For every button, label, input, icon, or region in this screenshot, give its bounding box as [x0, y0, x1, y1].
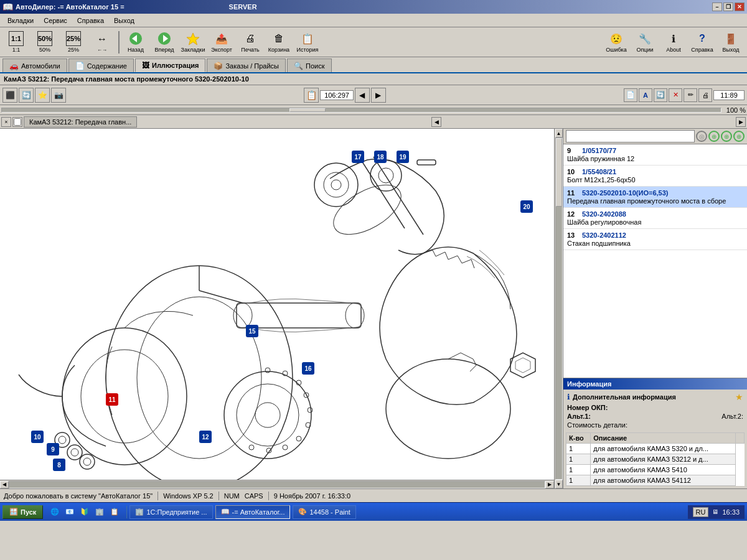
part-item-12[interactable]: 12 5320-2402088 Шайба регулировочная [563, 208, 747, 229]
content-tab-checkbox[interactable] [12, 117, 22, 127]
badge-16[interactable]: 16 [302, 362, 314, 375]
sub-btn-2[interactable]: 🔄 [19, 88, 34, 103]
tab-orders[interactable]: 📦 Заказы / Прайсы [207, 58, 286, 72]
ql-icon-5[interactable]: 📋 [108, 505, 121, 519]
forward-button[interactable]: Вперед [151, 29, 178, 55]
about-button[interactable]: ℹ About [660, 29, 687, 55]
tab-search[interactable]: 🔍 Поиск [287, 58, 331, 72]
parts-search-input[interactable] [566, 130, 695, 142]
badge-17[interactable]: 17 [352, 151, 364, 163]
scroll-thumb[interactable] [289, 108, 326, 112]
info-table-row[interactable]: 1для автомобиля КАМАЗ 5320 и дл... [566, 444, 745, 454]
next-page-btn[interactable]: ▶ [371, 88, 386, 103]
ql-icon-2[interactable]: 📧 [63, 505, 77, 519]
prev-page-btn[interactable]: ◀ [355, 88, 370, 103]
badge-15[interactable]: 15 [246, 325, 258, 337]
vscroll-track[interactable] [555, 138, 563, 480]
part-item-13[interactable]: 13 5320-2402112 Стакан подшипника [563, 229, 747, 250]
start-label: Пуск [21, 508, 36, 516]
quit-button[interactable]: 🚪 Выход [717, 29, 745, 55]
tab-contents[interactable]: 📄 Содержание [68, 58, 134, 72]
menu-item-servis[interactable]: Сервис [39, 16, 72, 26]
hscroll-left[interactable]: ◀ [0, 481, 9, 488]
info-table-row[interactable]: 1для автомобиля КАМАЗ 5410 [566, 465, 745, 475]
minimize-button[interactable]: – [712, 2, 722, 11]
zoom-1-1-button[interactable]: 1:1 1:1 [2, 29, 30, 55]
sub-btn-3[interactable]: ⭐ [35, 88, 50, 103]
taskbar-item-paint[interactable]: 🎨 14458 - Paint [293, 505, 355, 519]
part-header-9: 9 1/05170/77 [567, 147, 743, 154]
ql-icon-1[interactable]: 🌐 [48, 505, 62, 519]
menu-item-spravka[interactable]: Справка [72, 16, 109, 26]
badge-10[interactable]: 10 [31, 431, 44, 443]
sub-btn-4[interactable]: 📷 [51, 88, 66, 103]
part-item-10[interactable]: 10 1/55408/21 Болт М12х1,25-6qх50 [563, 166, 747, 187]
tab-search-icon: 🔍 [294, 62, 303, 70]
badge-19[interactable]: 19 [397, 151, 409, 163]
back-icon [128, 31, 143, 46]
hscroll-right[interactable]: ▶ [545, 481, 554, 488]
lang-button[interactable]: RU [693, 507, 709, 517]
image-vscrollbar[interactable]: ▲ ▼ [554, 129, 563, 488]
vscroll-thumb[interactable] [556, 138, 562, 207]
badge-11[interactable]: 11 [106, 393, 118, 406]
vscroll-up[interactable]: ▲ [555, 129, 563, 138]
vscroll-down[interactable]: ▼ [555, 480, 563, 488]
bookmarks-button[interactable]: Закладки [179, 29, 207, 55]
options-button[interactable]: 🔧 Опции [631, 29, 659, 55]
export-button[interactable]: 📤 Экспорт [208, 29, 235, 55]
start-button[interactable]: 🪟 Пуск [2, 505, 43, 519]
tab-automobiles[interactable]: 🚗 Автомобили [2, 58, 67, 72]
error-button[interactable]: 😟 Ошибка [603, 29, 630, 55]
search-circle-btn-3[interactable]: ⊕ [721, 131, 732, 142]
print-button[interactable]: 🖨 Печать [237, 29, 264, 55]
badge-20[interactable]: 20 [520, 200, 533, 213]
horizontal-scrollbar[interactable]: 100 % [0, 105, 747, 115]
image-hscrollbar[interactable]: ◀ ▶ [0, 480, 554, 488]
sub-btn-1[interactable]: ⬛ [2, 88, 17, 103]
search-circle-btn-4[interactable]: ⊕ [733, 131, 745, 142]
hscroll-track[interactable] [9, 481, 545, 488]
rp-btn-1[interactable]: 📄 [624, 88, 637, 102]
ql-icon-4[interactable]: 🏢 [93, 505, 106, 519]
rp-btn-2[interactable]: A [639, 88, 652, 102]
scroll-track[interactable] [1, 108, 721, 113]
part-item-9[interactable]: 9 1/05170/77 Шайба пружинная 12 [563, 144, 747, 166]
content-tab-close-btn[interactable]: × [1, 117, 11, 127]
badge-12[interactable]: 12 [199, 431, 212, 443]
badge-9[interactable]: 9 [47, 443, 59, 455]
zoom-50-button[interactable]: 50% 50% [31, 29, 59, 55]
rp-btn-6[interactable]: 🖨 [698, 88, 712, 102]
history-button[interactable]: 📋 История [294, 29, 321, 55]
col-scroll [736, 433, 745, 444]
menu-item-exit[interactable]: Выход [109, 16, 139, 26]
back-button[interactable]: Назад [122, 29, 149, 55]
badge-18[interactable]: 18 [374, 151, 387, 163]
basket-button[interactable]: 🗑 Корзина [265, 29, 293, 55]
search-circle-btn-2[interactable]: ⊕ [708, 131, 720, 142]
tab-checkbox-input[interactable] [14, 118, 21, 126]
rp-btn-4[interactable]: ✕ [669, 88, 682, 102]
restore-button[interactable]: ❐ [723, 2, 733, 11]
taskbar-item-1c[interactable]: 🏢 1С:Предприятие ... [129, 505, 212, 519]
info-table-row[interactable]: 1для автомобиля КАМАЗ 53212 и д... [566, 454, 745, 465]
badge-8[interactable]: 8 [53, 459, 65, 471]
menu-item-vladki[interactable]: Вкладки [2, 16, 39, 26]
taskbar-item-autocatalog[interactable]: 📖 -= АвтоКаталог... [215, 505, 291, 519]
ql-icon-3[interactable]: 🔰 [78, 505, 92, 519]
info-table-row[interactable]: 1для автомобиля КАМАЗ 54112 [566, 475, 745, 486]
search-circle-btn-1[interactable]: ◎ [696, 131, 707, 142]
tab-nav-right[interactable]: ▶ [736, 117, 746, 127]
close-button[interactable]: ✕ [735, 2, 745, 11]
content-tab-item[interactable]: КамАЗ 53212: Передача главн... [24, 116, 137, 128]
help-button[interactable]: ? Справка [688, 29, 716, 55]
rp-btn-5[interactable]: ✏ [684, 88, 697, 102]
copy-icon[interactable]: 📋 [304, 88, 319, 103]
rp-btn-3[interactable]: 🔄 [654, 88, 667, 102]
fit-button[interactable]: ↔ ←→ [88, 29, 116, 55]
tab-illustration[interactable]: 🖼 Иллюстрация [135, 58, 205, 72]
part-item-11[interactable]: 11 5320-2502010-10(ИО=6,53) Передача гла… [563, 187, 747, 208]
parts-list[interactable]: 9 1/05170/77 Шайба пружинная 12 10 1/554… [563, 144, 747, 378]
tab-nav-left[interactable]: ◀ [431, 117, 441, 127]
zoom-25-button[interactable]: 25% 25% [60, 29, 87, 55]
